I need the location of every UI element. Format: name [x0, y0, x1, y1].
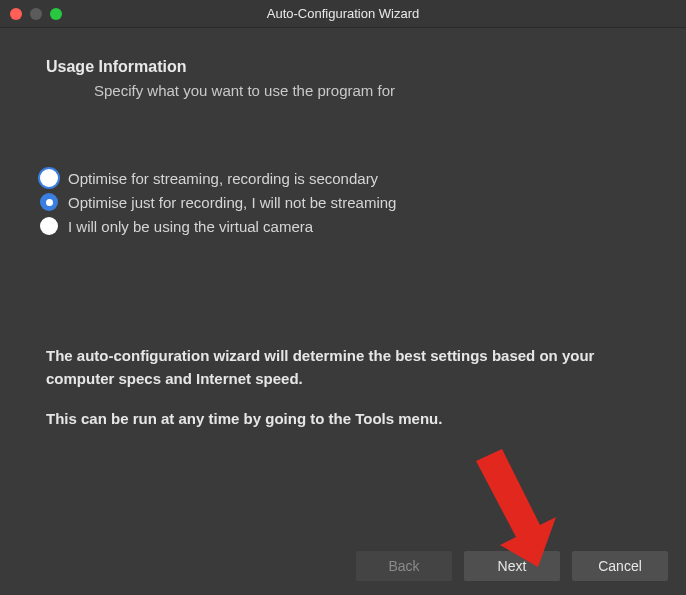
radio-icon: [40, 169, 58, 187]
wizard-description: The auto-configuration wizard will deter…: [46, 345, 640, 431]
page-subheading: Specify what you want to use the program…: [46, 82, 640, 99]
radio-label: Optimise just for recording, I will not …: [68, 194, 396, 211]
wizard-content: Usage Information Specify what you want …: [0, 28, 686, 431]
page-heading: Usage Information: [46, 58, 640, 76]
window-title: Auto-Configuration Wizard: [0, 6, 686, 21]
radio-dot-icon: [46, 199, 53, 206]
back-button: Back: [356, 551, 452, 581]
radio-option-virtual-camera[interactable]: I will only be using the virtual camera: [40, 217, 640, 235]
minimize-icon: [30, 8, 42, 20]
radio-label: Optimise for streaming, recording is sec…: [68, 170, 378, 187]
window-controls: [0, 8, 62, 20]
usage-radio-group: Optimise for streaming, recording is sec…: [40, 169, 640, 235]
wizard-button-bar: Back Next Cancel: [356, 551, 668, 581]
next-button[interactable]: Next: [464, 551, 560, 581]
cancel-button[interactable]: Cancel: [572, 551, 668, 581]
radio-label: I will only be using the virtual camera: [68, 218, 313, 235]
radio-icon-selected: [40, 193, 58, 211]
svg-marker-0: [476, 449, 556, 567]
maximize-icon[interactable]: [50, 8, 62, 20]
info-line-2: This can be run at any time by going to …: [46, 408, 640, 431]
info-line-1: The auto-configuration wizard will deter…: [46, 345, 640, 390]
close-icon[interactable]: [10, 8, 22, 20]
titlebar: Auto-Configuration Wizard: [0, 0, 686, 28]
radio-option-recording[interactable]: Optimise just for recording, I will not …: [40, 193, 640, 211]
radio-option-streaming[interactable]: Optimise for streaming, recording is sec…: [40, 169, 640, 187]
radio-icon: [40, 217, 58, 235]
